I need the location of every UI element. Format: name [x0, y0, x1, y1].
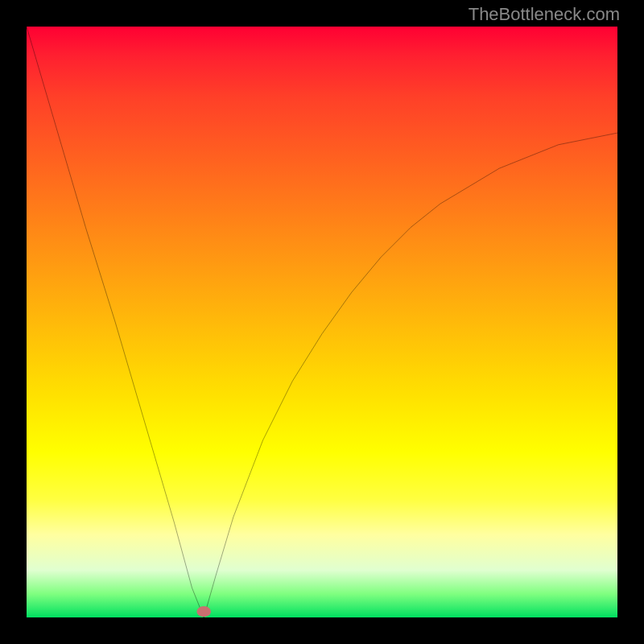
attribution-text: TheBottleneck.com — [469, 4, 620, 25]
chart-container: TheBottleneck.com — [0, 0, 644, 644]
bottleneck-curve — [27, 27, 617, 617]
curve-left-branch — [27, 27, 204, 617]
optimal-point-marker — [196, 606, 211, 617]
curve-right-branch — [204, 133, 617, 617]
